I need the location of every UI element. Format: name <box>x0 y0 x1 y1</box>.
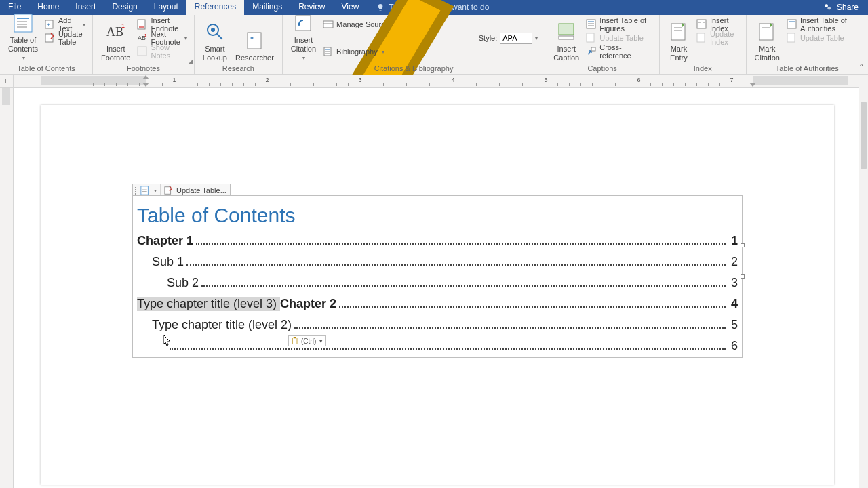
next-footnote-button[interactable]: AB1 Next Footnote <box>134 31 189 45</box>
update-tof-icon <box>586 33 597 43</box>
group-index: Mark Entry Insert Index Update Index Ind… <box>660 15 747 74</box>
update-toc-label: Update Table <box>58 30 85 46</box>
citation-style[interactable]: Style: ▾ <box>320 31 540 45</box>
mark-citation-button[interactable]: Mark Citation <box>751 16 784 62</box>
smart-lookup-label: Smart Lookup <box>203 45 227 62</box>
toc-entry-page: 2 <box>728 255 738 269</box>
bibliography-label: Bibliography <box>336 47 378 56</box>
toc-icon <box>12 12 34 34</box>
tab-design[interactable]: Design <box>104 0 145 15</box>
resize-handle-icon[interactable] <box>741 274 745 279</box>
svg-line-18 <box>217 34 222 39</box>
tab-insert[interactable]: Insert <box>67 0 104 15</box>
insert-toa-button[interactable]: Insert Table of Authorities <box>784 18 864 31</box>
paste-options-tag[interactable]: (Ctrl) ▼ <box>288 336 326 346</box>
svg-text:+: + <box>47 22 50 28</box>
insert-tof-button[interactable]: Insert Table of Figures <box>583 18 655 31</box>
update-toa-icon <box>787 33 797 43</box>
ribbon: Table of Contents + Add Text Update Tabl… <box>0 15 868 75</box>
add-text-button[interactable]: + Add Text <box>42 18 88 31</box>
style-combo[interactable] <box>500 33 532 44</box>
toc-entry[interactable]: 6 <box>133 336 742 357</box>
svg-rect-44 <box>697 33 705 42</box>
toc-entry[interactable]: Type chapter title (level 3) Chapter 2 4 <box>133 294 742 315</box>
update-tof-label: Update Table <box>599 34 644 42</box>
svg-rect-16 <box>138 47 146 56</box>
svg-point-0 <box>825 4 828 7</box>
svg-rect-36 <box>587 33 594 42</box>
update-toc-button[interactable]: Update Table <box>42 31 88 45</box>
show-notes-label: Show Notes <box>151 43 186 60</box>
insert-index-button[interactable]: Insert Index <box>694 18 742 31</box>
tab-selector[interactable]: L <box>0 75 14 88</box>
researcher-icon: " <box>243 30 265 52</box>
svg-rect-22 <box>296 16 311 30</box>
toc-button-label: Table of Contents <box>8 36 38 54</box>
svg-point-23 <box>298 23 300 26</box>
ruler-number: 4 <box>451 77 454 83</box>
toc-entry-title: Chapter 1 <box>137 234 193 248</box>
tab-layout[interactable]: Layout <box>146 0 186 15</box>
insert-citation-button[interactable]: Insert Citation <box>287 16 320 62</box>
vertical-ruler[interactable] <box>0 88 14 488</box>
toc-entry[interactable]: Sub 2 3 <box>133 273 742 294</box>
insert-footnote-button[interactable]: AB1 Insert Footnote <box>97 16 134 62</box>
share-button[interactable]: Share <box>823 0 868 15</box>
scrollbar-thumb[interactable] <box>861 102 867 169</box>
smart-lookup-button[interactable]: Smart Lookup <box>199 16 231 62</box>
toc-heading[interactable]: Table of Contents <box>133 196 742 231</box>
insert-tof-label: Insert Table of Figures <box>599 16 652 33</box>
collapse-ribbon-icon[interactable]: ˄ <box>859 62 864 73</box>
toc-entry-prefix-selected: Type chapter title (level 3) <box>137 297 280 311</box>
researcher-button[interactable]: " Researcher <box>231 16 278 62</box>
bibliography-button[interactable]: Bibliography <box>320 45 540 58</box>
insert-index-icon <box>696 19 707 30</box>
document-canvas[interactable]: Update Table... Table of Contents Chapte… <box>14 88 859 488</box>
tab-home[interactable]: Home <box>29 0 67 15</box>
mark-entry-label: Mark Entry <box>670 45 688 62</box>
insert-endnote-button[interactable]: Insert Endnote <box>134 18 189 31</box>
mark-entry-icon <box>668 21 690 43</box>
show-notes-button: Show Notes <box>134 45 189 58</box>
insert-caption-button[interactable]: Insert Caption <box>549 16 583 62</box>
cross-reference-button[interactable]: Cross-reference <box>583 45 655 58</box>
toc-entry-title: Type chapter title (level 2) <box>152 318 292 332</box>
update-tof-button: Update Table <box>583 31 655 45</box>
toc-entry[interactable]: Chapter 1 1 <box>133 231 742 252</box>
toc-entry-page: 1 <box>728 234 738 248</box>
group-captions: Insert Caption Insert Table of Figures U… <box>545 15 660 74</box>
tab-mailings[interactable]: Mailings <box>244 0 290 15</box>
toc-update-icon <box>164 186 174 195</box>
add-text-icon: + <box>45 19 56 30</box>
toc-button[interactable]: Table of Contents <box>4 16 42 62</box>
svg-point-1 <box>827 7 831 10</box>
group-citations-label: Citations & Bibliography <box>287 64 540 74</box>
citation-icon <box>292 12 314 34</box>
footnotes-launcher-icon[interactable]: ◢ <box>189 58 193 64</box>
mark-entry-button[interactable]: Mark Entry <box>664 16 694 62</box>
group-toc-label: Table of Contents <box>4 64 88 74</box>
toc-field[interactable]: Table of Contents Chapter 1 1 Sub 1 2 Su… <box>132 195 743 358</box>
show-notes-icon <box>137 46 148 57</box>
svg-text:": " <box>250 35 254 45</box>
update-toc-icon <box>45 33 56 43</box>
vertical-scrollbar[interactable] <box>859 75 868 488</box>
resize-handle-icon[interactable] <box>741 243 745 247</box>
toc-entry-title: Sub 2 <box>167 276 199 290</box>
toc-entry[interactable]: Type chapter title (level 2) 5 <box>133 315 742 336</box>
cross-reference-label: Cross-reference <box>599 43 652 60</box>
share-label: Share <box>837 3 859 12</box>
group-footnotes: AB1 Insert Footnote Insert Endnote AB1 N… <box>93 15 195 74</box>
horizontal-ruler[interactable]: 1234567 <box>14 75 859 88</box>
tab-references[interactable]: References <box>186 0 244 15</box>
page[interactable]: Update Table... Table of Contents Chapte… <box>41 105 834 485</box>
toc-entry-page: 6 <box>728 339 738 353</box>
ruler-number: 6 <box>637 77 640 83</box>
clipboard-icon <box>291 337 299 345</box>
insert-caption-label: Insert Caption <box>553 45 579 62</box>
svg-text:1: 1 <box>121 22 125 29</box>
svg-rect-12 <box>138 20 145 29</box>
toc-update-label: Update Table... <box>176 186 226 195</box>
toc-entry[interactable]: Sub 1 2 <box>133 252 742 273</box>
svg-rect-50 <box>141 186 149 195</box>
